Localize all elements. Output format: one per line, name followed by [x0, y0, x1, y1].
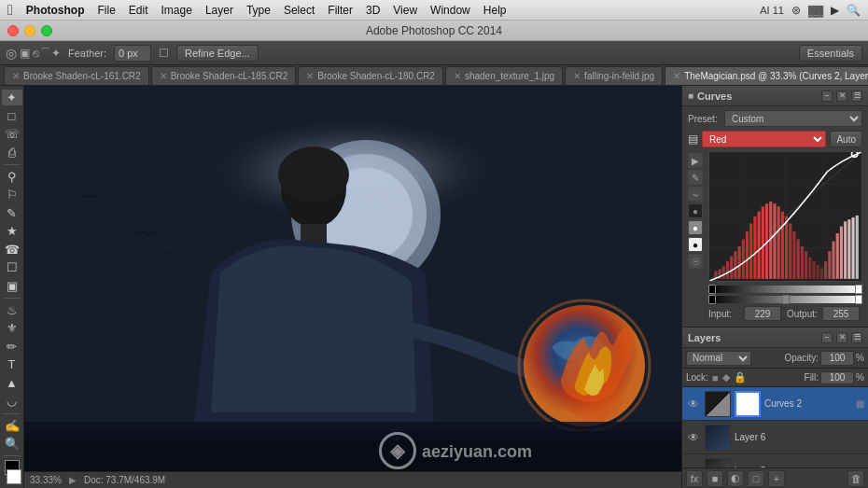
feather-input[interactable]	[114, 45, 151, 62]
curves-icon-btn[interactable]: ▤	[688, 132, 698, 146]
essentials-button[interactable]: Essentials	[799, 45, 862, 62]
curves-sample-shadows[interactable]: ●	[688, 203, 703, 218]
close-button[interactable]	[7, 25, 19, 36]
input-highlight-handle[interactable]	[855, 295, 862, 304]
input-shadow-handle[interactable]	[708, 295, 716, 304]
adjustment-layer-button[interactable]: ◐	[727, 470, 744, 487]
anti-alias-checkbox[interactable]: ☐	[159, 47, 169, 60]
search-icon[interactable]: 🔍	[847, 4, 861, 17]
tab-close-2[interactable]: ✕	[306, 71, 314, 81]
gradient-highlight-handle[interactable]	[855, 285, 862, 294]
tab-5-active[interactable]: ✕ TheMagician.psd @ 33.3% (Curves 2, Lay…	[665, 66, 868, 85]
tab-0[interactable]: ✕ Brooke Shaden-cL-161.CR2	[4, 66, 149, 85]
layers-footer: fx ■ ◐ □ + 🗑	[682, 467, 868, 488]
channel-select[interactable]: Red Green Blue RGB	[702, 131, 826, 147]
output-value[interactable]	[822, 306, 860, 321]
layer-eye-layer6[interactable]: 👁	[686, 430, 701, 445]
new-layer-button[interactable]: +	[768, 470, 785, 487]
layers-menu-icon[interactable]: ☰	[851, 332, 862, 343]
layer-fx-button[interactable]: fx	[686, 470, 703, 487]
layer-item-layer5[interactable]: 👁 Layer 5	[682, 454, 868, 467]
menu-image[interactable]: Image	[161, 4, 192, 17]
svg-rect-46	[808, 258, 811, 279]
refine-edge-button[interactable]: Refine Edge...	[176, 45, 259, 62]
move-tool[interactable]: ✦	[2, 90, 22, 105]
maximize-button[interactable]	[41, 25, 52, 36]
crop-tool[interactable]: ⎙	[2, 144, 22, 160]
auto-button[interactable]: Auto	[830, 131, 862, 147]
tab-close-3[interactable]: ✕	[454, 71, 461, 81]
menu-type[interactable]: Type	[246, 4, 271, 17]
menu-edit[interactable]: Edit	[129, 4, 148, 17]
layer-item-layer6[interactable]: 👁 Layer 6	[682, 421, 868, 454]
preset-select[interactable]: Custom Default Linear Contrast	[724, 110, 862, 127]
tab-3[interactable]: ✕ shaden_texture_1.jpg	[445, 66, 563, 85]
curves-smooth-tool[interactable]: ⏦	[688, 187, 703, 202]
curves-graph[interactable]	[708, 151, 862, 282]
zoom-tool[interactable]: 🔍	[2, 436, 22, 452]
menu-3d[interactable]: 3D	[366, 4, 380, 17]
layer-mask-button[interactable]: ■	[707, 470, 723, 487]
fill-input[interactable]	[820, 371, 854, 384]
tab-close-4[interactable]: ✕	[573, 71, 581, 81]
layers-close-icon[interactable]: ✕	[836, 332, 847, 343]
input-mid-handle[interactable]	[782, 295, 790, 304]
stamp-tool[interactable]: ★	[2, 223, 22, 239]
menu-view[interactable]: View	[393, 4, 417, 17]
curves-target-tool[interactable]: ☉	[688, 254, 703, 269]
tab-close-1[interactable]: ✕	[160, 71, 167, 81]
apple-menu[interactable]: 	[7, 2, 13, 19]
lasso-tool[interactable]: ☏	[2, 126, 22, 142]
marquee-tool[interactable]: □	[2, 107, 22, 123]
lock-position-icon[interactable]: ◆	[722, 371, 730, 383]
shape-tool[interactable]: ◡	[2, 393, 22, 409]
menu-filter[interactable]: Filter	[328, 4, 353, 17]
layers-minimize-icon[interactable]: −	[821, 332, 833, 343]
curves-section: Preset: Custom Default Linear Contrast ▤…	[682, 106, 868, 327]
brush-tool[interactable]: ✎	[2, 205, 22, 221]
lock-all-icon[interactable]: 🔒	[734, 371, 747, 383]
curves-panel-row: ▶ ✎ ⏦ ● ● ● ☉	[688, 151, 862, 323]
panel-close-icon[interactable]: ✕	[836, 91, 847, 102]
path-tool[interactable]: ▲	[2, 375, 22, 391]
curves-sample-midtones[interactable]: ●	[688, 220, 703, 235]
opacity-input[interactable]	[820, 351, 854, 366]
dodge-tool[interactable]: ⚜	[2, 320, 22, 336]
heal-tool[interactable]: ⚐	[2, 187, 22, 202]
new-group-button[interactable]: □	[748, 470, 764, 487]
tab-close-5[interactable]: ✕	[673, 71, 680, 81]
pen-tool[interactable]: ✏	[2, 339, 22, 355]
menu-help[interactable]: Help	[483, 4, 507, 17]
text-tool[interactable]: T	[2, 356, 22, 372]
history-brush[interactable]: ☎	[2, 242, 22, 258]
delete-layer-button[interactable]: 🗑	[847, 470, 864, 487]
menu-window[interactable]: Window	[430, 4, 470, 17]
tab-4[interactable]: ✕ falling-in-feild.jpg	[565, 66, 663, 85]
tab-close-0[interactable]: ✕	[12, 71, 20, 81]
panel-menu-icon[interactable]: ☰	[851, 91, 862, 102]
minimize-button[interactable]	[24, 25, 35, 36]
curves-pencil-tool[interactable]: ✎	[688, 170, 703, 185]
gradient-shadow-handle[interactable]	[708, 285, 716, 294]
tab-1[interactable]: ✕ Brooke Shaden-cL-185.CR2	[151, 66, 297, 85]
window-title: Adobe Photoshop CC 2014	[366, 24, 502, 37]
eyedropper-tool[interactable]: ⚲	[2, 169, 22, 185]
background-color[interactable]	[7, 469, 21, 484]
gradient-tool[interactable]: ▣	[2, 277, 22, 293]
input-value[interactable]	[744, 306, 781, 321]
blend-mode-select[interactable]: Normal Multiply Screen Overlay	[686, 351, 751, 366]
panel-minimize-icon[interactable]: −	[821, 91, 833, 102]
menu-layer[interactable]: Layer	[205, 4, 233, 17]
curves-pointer-tool[interactable]: ▶	[688, 153, 703, 168]
menu-select[interactable]: Select	[284, 4, 315, 17]
tab-2[interactable]: ✕ Brooke Shaden-cL-180.CR2	[298, 66, 443, 85]
eraser-tool[interactable]: ☐	[2, 259, 22, 275]
layer-item-curves2[interactable]: 👁 Curves 2 ▦	[682, 387, 868, 421]
layer-eye-curves2[interactable]: 👁	[686, 397, 701, 411]
blur-tool[interactable]: ♨	[2, 302, 22, 318]
canvas-area[interactable]: ◈ aeziyuan.com 33.33% ▶ Doc: 73.7M/463.9…	[24, 86, 681, 488]
menu-file[interactable]: File	[98, 4, 116, 17]
hand-tool[interactable]: ✍	[2, 417, 22, 433]
curves-sample-highlights[interactable]: ●	[688, 237, 703, 252]
lock-pixels-icon[interactable]: ■	[712, 372, 719, 383]
